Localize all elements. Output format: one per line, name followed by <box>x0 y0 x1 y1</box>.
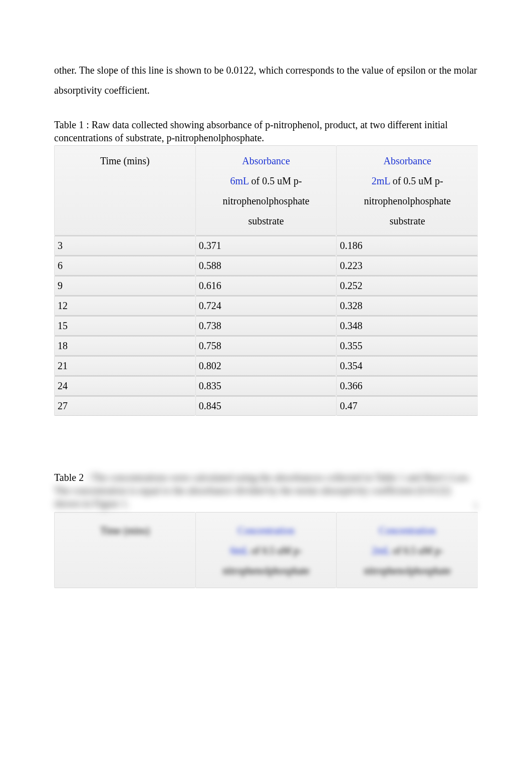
t2-col3-line2b: of 0.5 uM p- <box>390 545 443 556</box>
cell-time: 21 <box>54 356 195 376</box>
table2-section: Table 2 : The concentrations were calcul… <box>54 471 478 588</box>
cell-abs2: 0.366 <box>336 376 478 396</box>
table1-body: 3 0.371 0.186 6 0.588 0.223 9 0.616 0.25… <box>54 235 478 416</box>
table1-header-row: Time (mins) Absorbance 6mL of 0.5 uM p- … <box>54 145 478 235</box>
cell-abs6: 0.738 <box>195 316 337 336</box>
cell-abs6: 0.616 <box>195 276 337 296</box>
intro-paragraph: other. The slope of this line is shown t… <box>54 60 478 100</box>
cell-abs6: 0.588 <box>195 255 337 276</box>
t2-col2-line3: nitrophenolphosphate <box>222 565 309 576</box>
table1-header-abs-6ml: Absorbance 6mL of 0.5 uM p- nitrophenolp… <box>195 145 337 235</box>
cell-time: 18 <box>54 336 195 356</box>
header-2ml-line4: substrate <box>390 215 425 226</box>
page-content: other. The slope of this line is shown t… <box>0 0 532 732</box>
table-row: 15 0.738 0.348 <box>54 316 478 336</box>
table-row: 3 0.371 0.186 <box>54 235 478 255</box>
table1: Time (mins) Absorbance 6mL of 0.5 uM p- … <box>54 145 478 416</box>
cell-time: 3 <box>54 235 195 255</box>
table1-section: Table 1 : Raw data collected showing abs… <box>54 118 478 416</box>
header-6ml-rest: of 0.5 uM p- <box>249 175 302 186</box>
cell-abs2: 0.47 <box>336 396 478 416</box>
table2-caption-visible: Table 2 <box>54 472 86 483</box>
table-row: 18 0.758 0.355 <box>54 336 478 356</box>
table2-header-row: Time (mins) Concentration 6mL of 0.5 uM … <box>54 512 478 588</box>
table-row: 6 0.588 0.223 <box>54 255 478 276</box>
table2-header-conc-6ml: Concentration 6mL of 0.5 uM p- nitrophen… <box>195 512 337 588</box>
cell-abs6: 0.802 <box>195 356 337 376</box>
table-row: 27 0.845 0.47 <box>54 396 478 416</box>
cell-time: 24 <box>54 376 195 396</box>
table-row: 24 0.835 0.366 <box>54 376 478 396</box>
cell-abs6: 0.758 <box>195 336 337 356</box>
table1-caption: Table 1 : Raw data collected showing abs… <box>54 118 478 144</box>
table2-header-time: Time (mins) <box>54 512 195 588</box>
cell-abs2: 0.355 <box>336 336 478 356</box>
header-abs-label: Absorbance <box>242 155 290 166</box>
table-row: 9 0.616 0.252 <box>54 276 478 296</box>
table-row: 12 0.724 0.328 <box>54 296 478 316</box>
t2-col1-blur: Time (mins) <box>100 525 150 536</box>
t2-col3-line3: nitrophenolphosphate <box>364 565 451 576</box>
cell-abs2: 0.328 <box>336 296 478 316</box>
table2-caption-blurred: : The concentrations were calculated usi… <box>54 472 470 509</box>
cell-time: 27 <box>54 396 195 416</box>
table1-header-abs-2ml: Absorbance 2mL of 0.5 uM p- nitrophenolp… <box>336 145 478 235</box>
t2-col3-line1: Concentration <box>379 525 436 536</box>
header-abs2-label: Absorbance <box>383 155 431 166</box>
page-number: 5 <box>473 501 478 511</box>
table-row: 21 0.802 0.354 <box>54 356 478 376</box>
t2-col3-line2a: 2mL <box>372 545 390 556</box>
table2-header-conc-2ml: Concentration 2mL of 0.5 uM p- nitrophen… <box>336 512 478 588</box>
t2-col2-line1: Concentration <box>237 525 294 536</box>
t2-col2-line2b: of 0.5 uM p- <box>249 545 302 556</box>
table2-caption: Table 2 : The concentrations were calcul… <box>54 471 478 510</box>
header-6ml-line4: substrate <box>248 215 284 226</box>
cell-time: 12 <box>54 296 195 316</box>
cell-abs6: 0.835 <box>195 376 337 396</box>
cell-abs2: 0.186 <box>336 235 478 255</box>
cell-time: 9 <box>54 276 195 296</box>
header-6ml-line3: nitrophenolphosphate <box>222 195 309 206</box>
table2: Time (mins) Concentration 6mL of 0.5 uM … <box>54 512 478 588</box>
header-2ml-line3: nitrophenolphosphate <box>364 195 451 206</box>
cell-abs6: 0.724 <box>195 296 337 316</box>
header-6ml-label: 6mL <box>230 175 248 186</box>
table1-header-time: Time (mins) <box>54 145 195 235</box>
cell-time: 6 <box>54 255 195 276</box>
cell-abs6: 0.371 <box>195 235 337 255</box>
t2-col2-line2a: 6mL <box>230 545 248 556</box>
cell-time: 15 <box>54 316 195 336</box>
header-2ml-label: 2mL <box>372 175 390 186</box>
cell-abs6: 0.845 <box>195 396 337 416</box>
cell-abs2: 0.354 <box>336 356 478 376</box>
cell-abs2: 0.348 <box>336 316 478 336</box>
cell-abs2: 0.252 <box>336 276 478 296</box>
cell-abs2: 0.223 <box>336 255 478 276</box>
header-2ml-rest: of 0.5 uM p- <box>390 175 443 186</box>
